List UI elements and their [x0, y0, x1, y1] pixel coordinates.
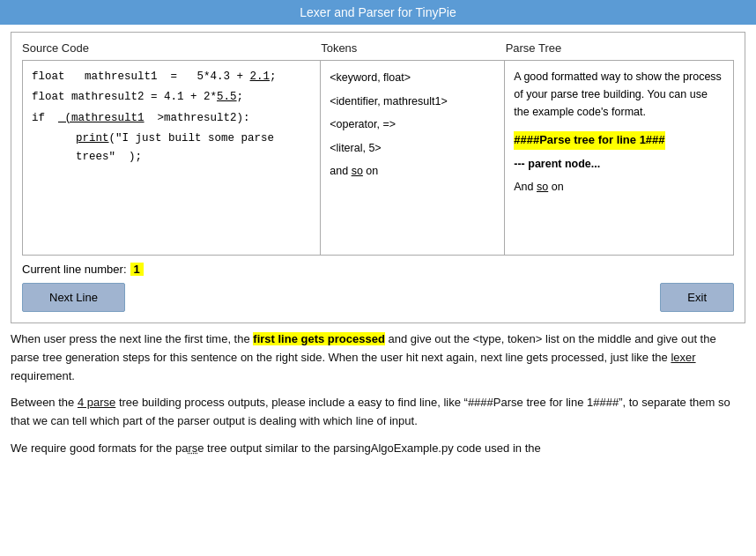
parse-description: A good formatted way to show the process…: [514, 68, 724, 121]
description-para1: When user press the next line the first …: [11, 330, 745, 385]
source-code-column: float mathresult1 = 5*4.3 + 2.1; float m…: [23, 61, 321, 255]
para1-highlight: first line gets processed: [253, 332, 385, 345]
parse-dotted: rs: [188, 441, 197, 455]
token-4: <literal, 5>: [330, 138, 495, 159]
token-1: <keyword, float>: [330, 68, 495, 88]
current-line-label: Current line number:: [22, 263, 127, 276]
next-line-button[interactable]: Next Line: [22, 283, 125, 312]
underline-print: print: [76, 132, 109, 145]
lexer-underline: lexer: [671, 351, 695, 364]
status-row: Current line number: 1: [22, 263, 734, 276]
columns-body: float mathresult1 = 5*4.3 + 2.1; float m…: [22, 60, 734, 256]
parse-dashes-text: --- parent node...: [514, 158, 600, 170]
underline-paren: _(mathresult1: [58, 112, 145, 124]
parse-tree-column: A good formatted way to show the process…: [505, 61, 733, 255]
button-row: Next Line Exit: [22, 283, 734, 312]
parse-dashes-line: --- parent node...: [514, 155, 724, 173]
source-line-1: float mathresult1 = 5*4.3 + 2.1;: [32, 68, 311, 86]
line-number-badge: 1: [130, 263, 144, 276]
parse-header-text: ####Parse tree for line 1###: [514, 131, 664, 150]
title-label: Lexer and Parser for TinyPie: [300, 5, 456, 19]
description-para3: We require good formats for the parse tr…: [11, 440, 745, 458]
parse-header: Parse Tree: [506, 41, 734, 55]
underline-55: 5.5: [217, 91, 237, 103]
tokens-column: <keyword, float> <identifier, mathresult…: [321, 61, 505, 255]
source-header: Source Code: [22, 41, 321, 55]
tokens-header: Tokens: [321, 41, 505, 55]
token-5: and so on: [330, 161, 495, 182]
source-line-4: print("I just built some parse trees" );: [32, 130, 311, 167]
parse-so-underline: so: [537, 181, 548, 193]
main-panel: Source Code Tokens Parse Tree float math…: [11, 32, 745, 323]
source-line-2: float mathresult2 = 4.1 + 2*5.5;: [32, 88, 311, 107]
parse-underline: 4 parse: [78, 396, 115, 409]
para1-pre: When user press the next line the first …: [11, 332, 253, 345]
parse-and-so-on: And so on: [514, 178, 724, 196]
token-so-underline: so: [352, 165, 363, 177]
exit-button[interactable]: Exit: [660, 283, 734, 312]
description-area: When user press the next line the first …: [11, 330, 745, 458]
source-line-3: if _(mathresult1 >mathresult2):: [32, 109, 311, 128]
token-3: <operator, =>: [330, 115, 495, 135]
title-bar: Lexer and Parser for TinyPie: [0, 0, 756, 25]
description-para2: Between the 4 parse tree building proces…: [11, 394, 745, 431]
parse-header-line: ####Parse tree for line 1###: [514, 128, 724, 152]
token-2: <identifier, mathresult1>: [330, 92, 495, 112]
columns-header: Source Code Tokens Parse Tree: [22, 41, 734, 55]
underline-21: 2.1: [250, 70, 271, 83]
